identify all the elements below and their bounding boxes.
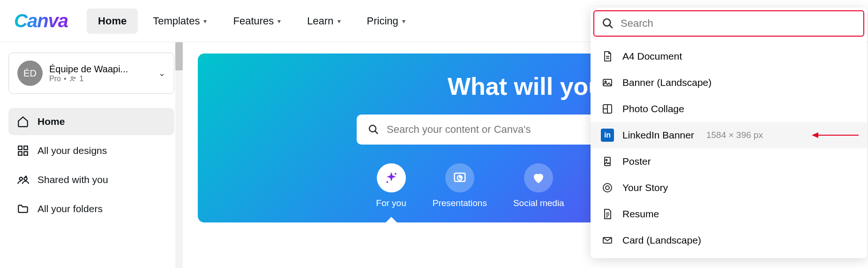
- annotation-arrow: [812, 130, 859, 141]
- sidebar-item-shared[interactable]: Shared with you: [8, 166, 174, 193]
- home-icon: [17, 115, 29, 128]
- sidebar-item-label: All your designs: [37, 145, 107, 156]
- suggestion-label: LinkedIn Banner: [622, 130, 694, 141]
- svg-point-0: [71, 77, 73, 78]
- suggestion-label: Poster: [622, 156, 651, 167]
- nav-templates-label: Templates: [153, 15, 200, 27]
- svg-point-28: [603, 184, 612, 192]
- svg-point-10: [394, 173, 396, 175]
- team-meta: Pro • 1: [49, 75, 152, 83]
- svg-marker-25: [812, 132, 818, 138]
- heart-icon: [524, 163, 553, 192]
- sidebar-item-label: Home: [37, 116, 65, 127]
- suggestion-your-story[interactable]: Your Story: [591, 175, 867, 201]
- sidebar-scrollbar[interactable]: [175, 42, 183, 268]
- scrollbar-thumb[interactable]: [175, 42, 183, 70]
- folder-icon: [17, 203, 29, 215]
- svg-point-27: [606, 160, 607, 161]
- nav-templates[interactable]: Templates▾: [142, 8, 218, 34]
- svg-line-16: [609, 25, 613, 28]
- chevron-down-icon: ▾: [337, 17, 341, 25]
- suggestion-photo-collage[interactable]: Photo Collage: [591, 96, 867, 122]
- suggestion-label: Resume: [622, 208, 659, 220]
- sidebar: ÉD Équipe de Waapi... Pro • 1 ⌄ Home: [0, 42, 183, 268]
- sidebar-item-label: All your folders: [37, 203, 103, 214]
- suggestion-label: Photo Collage: [622, 103, 684, 115]
- svg-point-7: [24, 177, 27, 181]
- resume-icon: [601, 207, 614, 221]
- nav-features[interactable]: Features▾: [222, 8, 292, 34]
- suggestion-resume[interactable]: Resume: [591, 201, 867, 227]
- svg-point-11: [386, 181, 388, 183]
- nav-pricing[interactable]: Pricing▾: [356, 8, 417, 34]
- sidebar-item-home[interactable]: Home: [8, 108, 174, 135]
- suggestion-a4-document[interactable]: A4 Document: [591, 43, 867, 69]
- logo[interactable]: Canva: [14, 10, 68, 31]
- nav-learn-label: Learn: [307, 15, 333, 27]
- suggestion-poster[interactable]: Poster: [591, 148, 867, 175]
- suggestion-label: Banner (Landscape): [622, 77, 711, 88]
- poster-icon: [601, 155, 614, 168]
- chevron-down-icon: ▾: [203, 17, 207, 25]
- category-label: Social media: [513, 198, 564, 208]
- nav-home[interactable]: Home: [87, 8, 138, 34]
- chevron-down-icon: ⌄: [158, 68, 165, 78]
- top-search-box[interactable]: [593, 10, 864, 37]
- svg-rect-2: [18, 146, 22, 150]
- sparkle-icon: [377, 163, 406, 192]
- suggestion-banner-landscape[interactable]: Banner (Landscape): [591, 69, 867, 96]
- sidebar-item-folders[interactable]: All your folders: [8, 195, 174, 222]
- search-icon: [368, 124, 379, 135]
- svg-rect-3: [24, 146, 28, 150]
- category-for-you[interactable]: For you: [376, 163, 406, 208]
- svg-point-15: [603, 19, 610, 26]
- suggestion-label: A4 Document: [622, 51, 682, 62]
- svg-point-1: [74, 77, 75, 78]
- nav-pricing-label: Pricing: [367, 15, 398, 27]
- team-member-count: 1: [80, 75, 84, 83]
- collage-icon: [601, 102, 614, 115]
- shared-icon: [17, 174, 29, 186]
- dot-separator: •: [64, 75, 67, 83]
- category-label: For you: [376, 198, 406, 208]
- main-nav: Home Templates▾ Features▾ Learn▾ Pricing…: [87, 8, 417, 34]
- nav-learn[interactable]: Learn▾: [296, 8, 352, 34]
- svg-rect-5: [24, 152, 28, 155]
- svg-point-8: [369, 125, 376, 132]
- search-icon: [602, 17, 614, 30]
- card-icon: [601, 234, 614, 247]
- suggestion-card-landscape[interactable]: Card (Landscape): [591, 227, 867, 253]
- story-icon: [601, 181, 614, 194]
- category-presentations[interactable]: Presentations: [433, 163, 487, 208]
- suggestion-dimensions: 1584 × 396 px: [706, 130, 763, 140]
- chevron-down-icon: ▾: [277, 17, 281, 25]
- presentation-icon: [445, 163, 474, 192]
- sidebar-nav: Home All your designs Shared with you Al…: [8, 108, 174, 222]
- svg-rect-4: [18, 152, 22, 155]
- search-dropdown: A4 Document Banner (Landscape) Photo Col…: [591, 8, 867, 258]
- grid-icon: [17, 145, 29, 157]
- team-avatar: ÉD: [17, 61, 43, 86]
- top-search-input[interactable]: [621, 17, 856, 30]
- svg-point-6: [19, 177, 22, 181]
- category-label: Presentations: [433, 198, 487, 208]
- suggestion-label: Your Story: [622, 182, 668, 193]
- active-caret: [386, 217, 397, 222]
- category-social[interactable]: Social media: [513, 163, 564, 208]
- svg-rect-26: [605, 157, 610, 166]
- document-icon: [601, 50, 614, 63]
- people-icon: [69, 75, 77, 83]
- team-name: Équipe de Waapi...: [49, 64, 152, 75]
- suggestion-linkedin-banner[interactable]: in LinkedIn Banner 1584 × 396 px: [591, 122, 867, 148]
- team-info: Équipe de Waapi... Pro • 1: [49, 64, 152, 83]
- svg-line-9: [375, 131, 378, 134]
- svg-point-29: [606, 186, 609, 190]
- team-plan: Pro: [49, 75, 61, 83]
- sidebar-item-label: Shared with you: [37, 174, 108, 185]
- team-switcher[interactable]: ÉD Équipe de Waapi... Pro • 1 ⌄: [8, 53, 174, 94]
- image-icon: [601, 76, 614, 89]
- nav-features-label: Features: [233, 15, 274, 27]
- sidebar-item-designs[interactable]: All your designs: [8, 137, 174, 164]
- chevron-down-icon: ▾: [402, 17, 405, 25]
- linkedin-icon: in: [601, 129, 614, 142]
